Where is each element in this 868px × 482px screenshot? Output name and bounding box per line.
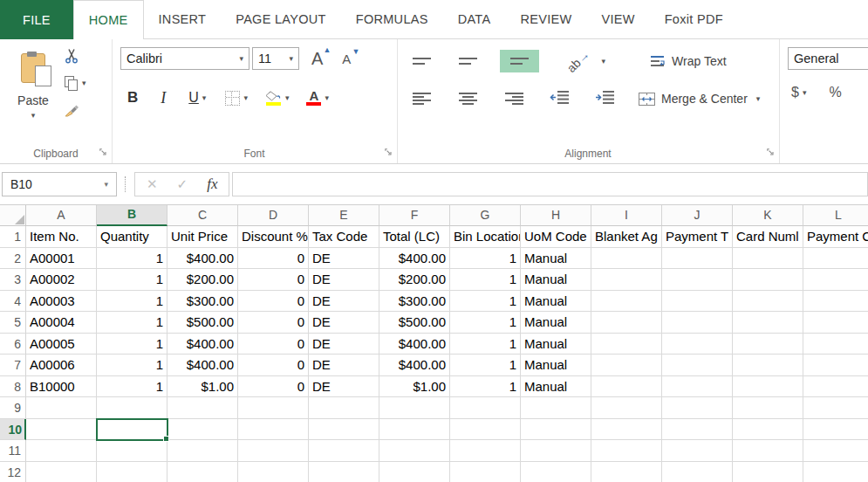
cut-button[interactable] [65,48,79,64]
cell-I11[interactable] [591,440,662,462]
cell-K10[interactable] [733,419,803,441]
cell-E3[interactable]: DE [309,269,379,291]
cell-B2[interactable]: 1 [97,248,167,270]
cell-H9[interactable] [521,397,591,419]
cell-J5[interactable] [662,312,733,334]
cell-E10[interactable] [309,419,379,441]
cell-A10[interactable] [26,419,97,441]
row-header-4[interactable]: 4 [0,291,26,313]
cell-A5[interactable]: A00004 [26,312,97,334]
name-box-dropdown-arrow-icon[interactable]: ▾ [104,181,108,189]
cell-C7[interactable]: $400.00 [167,355,238,376]
cell-K11[interactable] [733,440,803,462]
cell-B9[interactable] [97,397,167,419]
cell-J7[interactable] [662,355,733,376]
cell-E2[interactable]: DE [309,248,379,270]
bold-button[interactable]: B [127,89,138,107]
cell-J1[interactable]: Payment T [662,226,733,248]
cell-K12[interactable] [733,462,803,482]
cell-K8[interactable] [733,376,803,398]
cell-C12[interactable] [167,462,238,482]
paste-dropdown-arrow-icon[interactable]: ▾ [31,111,36,120]
row-header-11[interactable]: 11 [0,440,26,462]
cell-L10[interactable] [803,419,868,441]
column-header-A[interactable]: A [26,205,97,226]
cell-F4[interactable]: $300.00 [379,291,450,313]
column-header-G[interactable]: G [450,205,521,226]
font-name-combo[interactable]: Calibri ▾ [120,47,249,70]
cell-L6[interactable] [803,334,868,355]
row-header-2[interactable]: 2 [0,248,26,270]
cell-H3[interactable]: Manual [521,269,591,291]
cell-I7[interactable] [591,355,662,376]
column-header-H[interactable]: H [521,205,591,226]
cell-L11[interactable] [803,440,868,462]
cell-D7[interactable]: 0 [238,355,309,376]
ribbon-tab-insert[interactable]: INSERT [144,0,222,38]
cell-C6[interactable]: $400.00 [167,334,238,355]
cell-F5[interactable]: $500.00 [379,312,450,334]
cell-G8[interactable]: 1 [450,376,521,398]
cell-B7[interactable]: 1 [97,355,167,376]
paste-button[interactable]: Paste ▾ [8,46,58,144]
enter-icon[interactable]: ✓ [177,176,188,192]
cell-L3[interactable] [803,269,868,291]
cell-B10[interactable] [97,419,167,441]
accounting-format-button[interactable]: $ ▾ [791,85,806,100]
cell-J10[interactable] [662,419,733,441]
cell-E9[interactable] [309,397,379,419]
cell-F11[interactable] [379,440,450,462]
cell-A4[interactable]: A00003 [26,291,97,313]
fill-color-button[interactable]: ▾ [248,91,290,106]
cell-D4[interactable]: 0 [238,291,309,313]
cell-I10[interactable] [591,419,662,441]
cell-G6[interactable]: 1 [450,334,521,355]
cell-I8[interactable] [591,376,662,398]
cell-K2[interactable] [733,248,803,270]
cell-G3[interactable]: 1 [450,269,521,291]
ribbon-tab-page-layout[interactable]: PAGE LAYOUT [221,0,340,38]
cell-I3[interactable] [591,269,662,291]
cell-D11[interactable] [238,440,309,462]
cell-F10[interactable] [379,419,450,441]
cell-A1[interactable]: Item No. [26,226,97,248]
cell-L1[interactable]: Payment C [803,226,868,248]
cell-D9[interactable] [238,397,309,419]
ribbon-tab-data[interactable]: DATA [443,0,506,38]
cell-K5[interactable] [733,312,803,334]
cell-B4[interactable]: 1 [97,291,167,313]
top-align-button[interactable] [413,58,431,65]
column-header-C[interactable]: C [167,205,238,226]
cell-B3[interactable]: 1 [97,269,167,291]
wrap-text-button[interactable]: Wrap Text [651,54,727,68]
cell-I6[interactable] [591,334,662,355]
copy-button[interactable]: ▾ [65,76,86,91]
cell-F8[interactable]: $1.00 [379,376,450,398]
cell-K7[interactable] [733,355,803,376]
decrease-indent-button[interactable] [550,91,569,107]
cell-J4[interactable] [662,291,733,313]
cell-C10[interactable] [167,419,238,441]
cell-G7[interactable]: 1 [450,355,521,376]
align-left-button[interactable] [413,93,431,106]
increase-font-size-button[interactable]: A▲ [311,49,330,69]
cell-D8[interactable]: 0 [238,376,309,398]
copy-dropdown-arrow-icon[interactable]: ▾ [82,79,86,87]
cell-H8[interactable]: Manual [521,376,591,398]
cell-H7[interactable]: Manual [521,355,591,376]
cell-F3[interactable]: $200.00 [379,269,450,291]
cell-A12[interactable] [26,462,97,482]
row-header-1[interactable]: 1 [0,226,26,248]
font-name-dropdown-arrow-icon[interactable]: ▾ [239,55,243,63]
cell-D6[interactable]: 0 [238,334,309,355]
cell-C8[interactable]: $1.00 [167,376,238,398]
cell-I9[interactable] [591,397,662,419]
cell-G9[interactable] [450,397,521,419]
cell-D5[interactable]: 0 [238,312,309,334]
cell-D1[interactable]: Discount % [238,226,309,248]
cell-H2[interactable]: Manual [521,248,591,270]
formula-input[interactable] [232,172,868,196]
orientation-button[interactable]: ab→ ▾ [539,54,605,68]
cell-G10[interactable] [450,419,521,441]
cancel-icon[interactable]: ✕ [147,176,158,192]
